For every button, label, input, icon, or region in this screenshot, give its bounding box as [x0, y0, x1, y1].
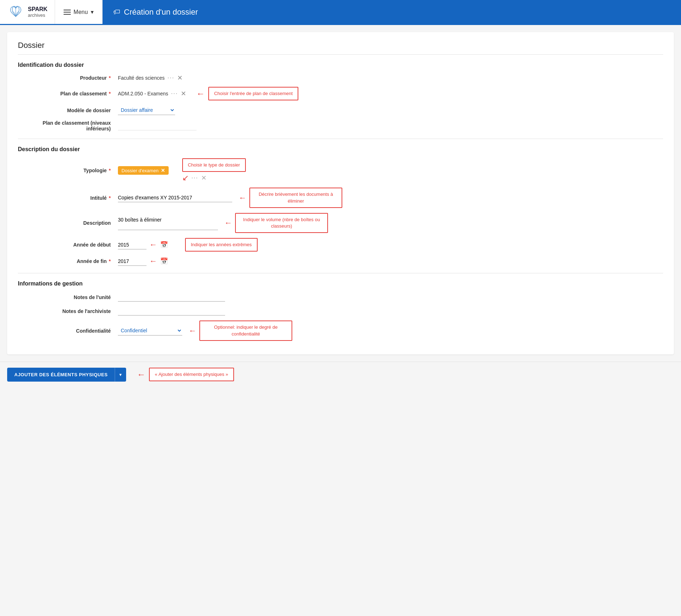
annee-debut-control: ← 📅 Indiquer les années extrêmes: [118, 238, 663, 252]
notes-unite-control: [118, 293, 663, 302]
confidentialite-control: Confidentiel Public Interne Restreint ← …: [118, 321, 663, 341]
tag-icon: 🏷: [113, 8, 120, 16]
confidentialite-label: Confidentialité: [18, 328, 118, 334]
page-header-title: Création d'un dossier: [124, 8, 198, 17]
menu-chevron-icon: ▾: [91, 9, 94, 15]
annee-fin-calendar-icon[interactable]: 📅: [160, 257, 168, 265]
typologie-annotation-group: Choisir le type de dossier ↙ ··· ✕: [182, 158, 246, 183]
description-arrow-icon: ←: [224, 218, 232, 228]
annee-fin-required: *: [109, 258, 111, 264]
page-title: Dossier: [18, 41, 663, 55]
description-textarea[interactable]: 30 boîtes à éliminer: [118, 215, 218, 230]
section-description: Description du dossier Typologie * Dossi…: [18, 146, 663, 266]
gestion-section-title: Informations de gestion: [18, 280, 663, 287]
typologie-required: *: [109, 168, 111, 173]
description-control: 30 boîtes à éliminer ← Indiquer le volum…: [118, 213, 663, 233]
add-elements-chevron-icon: ▾: [119, 372, 122, 377]
confidentialite-select[interactable]: Confidentiel Public Interne Restreint: [118, 326, 182, 336]
add-button-arrow-icon: ←: [137, 369, 145, 379]
producteur-clear-icon[interactable]: ✕: [177, 74, 183, 82]
header: SPARK archives Menu ▾ 🏷 Création d'un do…: [0, 0, 681, 25]
typologie-clear-icon[interactable]: ✕: [201, 174, 207, 182]
divider-2: [18, 273, 663, 273]
plan-arrow-icon: ←: [196, 89, 205, 99]
plan-niveaux-label: Plan de classement (niveaux inférieurs): [18, 120, 118, 131]
add-elements-dropdown-button[interactable]: ▾: [115, 368, 126, 382]
confidentialite-arrow-icon: ←: [189, 326, 197, 336]
producteur-row: Producteur * Faculté des sciences ··· ✕: [18, 74, 663, 82]
plan-required: *: [109, 91, 111, 96]
logo-spark-text: SPARK: [28, 6, 48, 13]
producteur-required: *: [109, 75, 111, 81]
annee-debut-arrow-icon: ←: [149, 240, 157, 249]
producteur-dots-icon[interactable]: ···: [168, 75, 174, 81]
typologie-tag-close-icon[interactable]: ✕: [161, 168, 165, 173]
typologie-control: Dossier d'examen ✕ Choisir le type de do…: [118, 158, 663, 183]
plan-niveaux-input[interactable]: [118, 121, 197, 130]
annee-fin-row: Année de fin * ← 📅: [18, 257, 663, 266]
logo-archives-text: archives: [28, 13, 48, 18]
typologie-annotation-row: Choisir le type de dossier: [182, 158, 246, 172]
typologie-label: Typologie *: [18, 168, 118, 173]
typologie-tag-area: Dossier d'examen ✕: [118, 166, 169, 175]
annees-annotation-box: Indiquer les années extrêmes: [185, 238, 258, 252]
annee-fin-arrow-icon: ←: [149, 257, 157, 266]
modele-row: Modèle de dossier Dossier affaire Dossie…: [18, 105, 663, 115]
section-gestion: Informations de gestion Notes de l'unité…: [18, 280, 663, 341]
description-annotation-box: Indiquer le volume (nbre de boîtes ou cl…: [235, 213, 328, 233]
notes-unite-row: Notes de l'unité: [18, 293, 663, 302]
plan-dots-icon[interactable]: ···: [171, 90, 178, 97]
typologie-annotation-box: Choisir le type de dossier: [182, 158, 246, 172]
menu-button[interactable]: Menu ▾: [55, 0, 103, 24]
plan-classement-control: ADM.2.050 - Examens ··· ✕ ← Choisir l'en…: [118, 87, 663, 100]
main-content: Dossier Identification du dossier Produc…: [7, 32, 674, 354]
plan-niveaux-control: [118, 121, 663, 130]
notes-archiviste-label: Notes de l'archiviste: [18, 308, 118, 314]
menu-hamburger-icon: [64, 10, 71, 15]
intitule-label: Intitulé *: [18, 195, 118, 201]
description-row: Description 30 boîtes à éliminer ← Indiq…: [18, 213, 663, 233]
notes-archiviste-input[interactable]: [118, 307, 225, 316]
add-button-annotation-box: « Ajouter des éléments physiques »: [149, 368, 234, 381]
intitule-input[interactable]: [118, 193, 232, 202]
annee-debut-input[interactable]: [118, 240, 146, 249]
plan-annotation-container: ← Choisir l'entrée de plan de classement: [196, 87, 298, 100]
producteur-value: Faculté des sciences: [118, 75, 165, 81]
annee-debut-label: Année de début: [18, 242, 118, 248]
description-section-title: Description du dossier: [18, 146, 663, 153]
producteur-control: Faculté des sciences ··· ✕: [118, 74, 663, 82]
typologie-secondary-icons: ↙ ··· ✕: [182, 173, 207, 183]
plan-classement-row: Plan de classement * ADM.2.050 - Examens…: [18, 87, 663, 100]
annee-fin-label: Année de fin *: [18, 258, 118, 264]
annee-debut-row: Année de début ← 📅 Indiquer les années e…: [18, 238, 663, 252]
section-identification: Identification du dossier Producteur * F…: [18, 62, 663, 131]
annee-debut-calendar-icon[interactable]: 📅: [160, 241, 168, 249]
typologie-row: Typologie * Dossier d'examen ✕ Choisir l…: [18, 158, 663, 183]
intitule-required: *: [109, 195, 111, 201]
intitule-arrow-icon: ←: [239, 193, 247, 203]
intitule-control: ← Décrire brièvement les documents à éli…: [118, 188, 663, 208]
modele-label: Modèle de dossier: [18, 108, 118, 113]
producteur-label: Producteur *: [18, 75, 118, 81]
plan-classement-label: Plan de classement *: [18, 91, 118, 96]
modele-select[interactable]: Dossier affaire Dossier simple Dossier c…: [118, 105, 175, 115]
annee-fin-control: ← 📅: [118, 257, 663, 266]
plan-clear-icon[interactable]: ✕: [181, 90, 186, 98]
plan-annotation-box: Choisir l'entrée de plan de classement: [208, 87, 298, 100]
logo-area: SPARK archives: [0, 0, 55, 24]
typologie-tag: Dossier d'examen ✕: [118, 166, 169, 175]
intitule-annotation-box: Décrire brièvement les documents à élimi…: [249, 188, 342, 208]
divider-1: [18, 139, 663, 139]
menu-label: Menu: [74, 9, 88, 15]
spark-logo-icon: [7, 4, 24, 21]
annee-fin-input[interactable]: [118, 257, 146, 266]
typologie-arrow-icon: ↙: [182, 173, 189, 183]
plan-niveaux-row: Plan de classement (niveaux inférieurs): [18, 120, 663, 131]
add-elements-button[interactable]: AJOUTER DES ÉLÉMENTS PHYSIQUES: [7, 368, 115, 382]
identification-section-title: Identification du dossier: [18, 62, 663, 68]
modele-control: Dossier affaire Dossier simple Dossier c…: [118, 105, 663, 115]
typologie-dots-icon[interactable]: ···: [192, 175, 198, 181]
logo-text: SPARK archives: [28, 6, 48, 18]
notes-unite-input[interactable]: [118, 293, 225, 302]
description-label: Description: [18, 220, 118, 226]
